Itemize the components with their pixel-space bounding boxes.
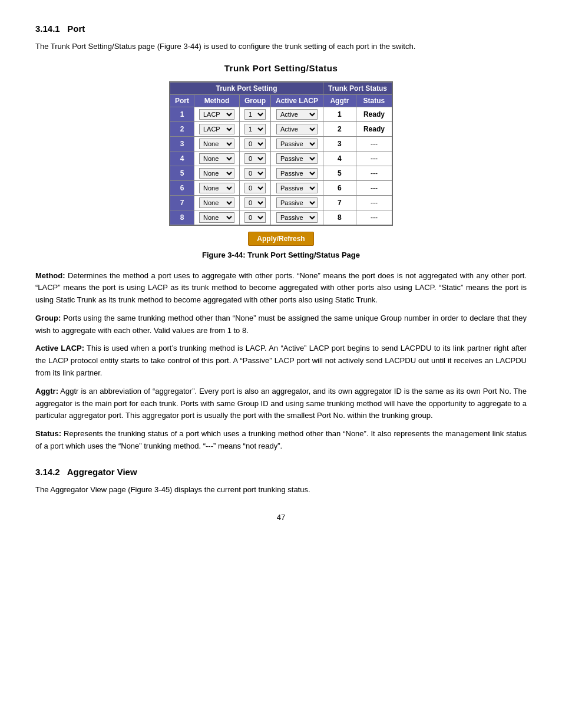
aggtr-cell: 4 — [323, 151, 356, 166]
method-cell[interactable]: NoneLACPStatic — [194, 121, 239, 136]
status-cell: Ready — [356, 121, 392, 136]
table-row: 7NoneLACPStatic012345678ActivePassive7--… — [170, 195, 392, 210]
method-cell[interactable]: NoneLACPStatic — [194, 195, 239, 210]
description-block: Aggtr: Aggtr is an abbreviation of “aggr… — [35, 386, 527, 422]
table-row: 5NoneLACPStatic012345678ActivePassive5--… — [170, 166, 392, 180]
method-cell[interactable]: NoneLACPStatic — [194, 107, 239, 121]
group-select[interactable]: 012345678 — [244, 183, 266, 193]
method-cell[interactable]: NoneLACPStatic — [194, 136, 239, 151]
port-cell: 3 — [170, 136, 194, 151]
description-text: Ports using the same trunking method oth… — [35, 314, 527, 335]
active-lacp-cell[interactable]: ActivePassive — [270, 195, 323, 210]
col-status: Status — [356, 94, 392, 107]
section2-intro: The Aggregator View page (Figure 3-45) d… — [35, 484, 527, 496]
group-select[interactable]: 012345678 — [244, 153, 266, 164]
table-row: 4NoneLACPStatic012345678ActivePassive4--… — [170, 151, 392, 166]
description-label: Aggtr: — [35, 387, 58, 396]
group-cell[interactable]: 012345678 — [239, 136, 270, 151]
status-cell: --- — [356, 136, 392, 151]
active-lacp-select[interactable]: ActivePassive — [276, 212, 318, 223]
active-lacp-cell[interactable]: ActivePassive — [270, 166, 323, 180]
section-heading-2: 3.14.2 Aggregator View — [35, 467, 527, 477]
active-lacp-cell[interactable]: ActivePassive — [270, 136, 323, 151]
page-number: 47 — [35, 513, 527, 522]
method-select[interactable]: NoneLACPStatic — [199, 212, 234, 223]
description-label: Active LACP: — [35, 344, 84, 353]
apply-refresh-button[interactable]: Apply/Refresh — [248, 232, 313, 246]
description-block: Status: Represents the trunking status o… — [35, 428, 527, 453]
group-cell[interactable]: 012345678 — [239, 195, 270, 210]
group-select[interactable]: 012345678 — [244, 124, 266, 134]
method-cell[interactable]: NoneLACPStatic — [194, 210, 239, 225]
description-label: Group: — [35, 314, 61, 322]
method-cell[interactable]: NoneLACPStatic — [194, 166, 239, 180]
description-text: This is used when a port’s trunking meth… — [35, 344, 527, 377]
port-cell: 8 — [170, 210, 194, 225]
description-block: Active LACP: This is used when a port’s … — [35, 342, 527, 379]
active-lacp-select[interactable]: ActivePassive — [276, 168, 318, 179]
active-lacp-cell[interactable]: ActivePassive — [270, 180, 323, 195]
col-aggtr: Aggtr — [323, 94, 356, 107]
status-cell: --- — [356, 195, 392, 210]
description-label: Status: — [35, 429, 61, 438]
header-trunk-status: Trunk Port Status — [323, 82, 392, 94]
table-row: 1NoneLACPStatic012345678ActivePassive1Re… — [170, 107, 392, 121]
descriptions-container: Method: Determines the method a port use… — [35, 270, 527, 453]
group-cell[interactable]: 012345678 — [239, 121, 270, 136]
group-select[interactable]: 012345678 — [244, 139, 266, 149]
method-select[interactable]: NoneLACPStatic — [199, 197, 234, 208]
description-block: Group: Ports using the same trunking met… — [35, 312, 527, 337]
port-cell: 1 — [170, 107, 194, 121]
port-cell: 4 — [170, 151, 194, 166]
status-cell: --- — [356, 210, 392, 225]
group-cell[interactable]: 012345678 — [239, 180, 270, 195]
active-lacp-cell[interactable]: ActivePassive — [270, 210, 323, 225]
group-cell[interactable]: 012345678 — [239, 107, 270, 121]
group-cell[interactable]: 012345678 — [239, 151, 270, 166]
active-lacp-select[interactable]: ActivePassive — [276, 139, 318, 149]
port-cell: 7 — [170, 195, 194, 210]
active-lacp-cell[interactable]: ActivePassive — [270, 121, 323, 136]
group-cell[interactable]: 012345678 — [239, 166, 270, 180]
aggtr-cell: 1 — [323, 107, 356, 121]
figure-container: Trunk Port Setting/Status Trunk Port Set… — [35, 63, 527, 259]
description-text: Represents the trunking status of a port… — [35, 429, 527, 450]
method-select[interactable]: NoneLACPStatic — [199, 183, 234, 193]
header-trunk-setting: Trunk Port Setting — [170, 82, 323, 94]
method-select[interactable]: NoneLACPStatic — [199, 109, 234, 120]
figure-title: Trunk Port Setting/Status — [224, 63, 338, 73]
group-select[interactable]: 012345678 — [244, 168, 266, 179]
method-select[interactable]: NoneLACPStatic — [199, 168, 234, 179]
active-lacp-select[interactable]: ActivePassive — [276, 197, 318, 208]
method-select[interactable]: NoneLACPStatic — [199, 124, 234, 134]
group-cell[interactable]: 012345678 — [239, 210, 270, 225]
active-lacp-select[interactable]: ActivePassive — [276, 153, 318, 164]
section2: 3.14.2 Aggregator View The Aggregator Vi… — [35, 467, 527, 496]
description-block: Method: Determines the method a port use… — [35, 270, 527, 307]
figure-caption: Figure 3-44: Trunk Port Setting/Status P… — [202, 251, 360, 259]
aggtr-cell: 2 — [323, 121, 356, 136]
aggtr-cell: 3 — [323, 136, 356, 151]
active-lacp-cell[interactable]: ActivePassive — [270, 107, 323, 121]
method-select[interactable]: NoneLACPStatic — [199, 153, 234, 164]
method-select[interactable]: NoneLACPStatic — [199, 139, 234, 149]
port-cell: 5 — [170, 166, 194, 180]
trunk-table: Trunk Port Setting Trunk Port Status Por… — [170, 82, 392, 225]
description-text: Aggtr is an abbreviation of “aggregator”… — [35, 387, 527, 420]
table-row: 8NoneLACPStatic012345678ActivePassive8--… — [170, 210, 392, 225]
table-row: 6NoneLACPStatic012345678ActivePassive6--… — [170, 180, 392, 195]
section-heading-1: 3.14.1 Port — [35, 24, 527, 34]
group-select[interactable]: 012345678 — [244, 212, 266, 223]
aggtr-cell: 7 — [323, 195, 356, 210]
group-select[interactable]: 012345678 — [244, 197, 266, 208]
active-lacp-select[interactable]: ActivePassive — [276, 124, 318, 134]
method-cell[interactable]: NoneLACPStatic — [194, 151, 239, 166]
active-lacp-select[interactable]: ActivePassive — [276, 183, 318, 193]
port-cell: 6 — [170, 180, 194, 195]
status-cell: Ready — [356, 107, 392, 121]
active-lacp-select[interactable]: ActivePassive — [276, 109, 318, 120]
method-cell[interactable]: NoneLACPStatic — [194, 180, 239, 195]
col-group: Group — [239, 94, 270, 107]
active-lacp-cell[interactable]: ActivePassive — [270, 151, 323, 166]
group-select[interactable]: 012345678 — [244, 109, 266, 120]
